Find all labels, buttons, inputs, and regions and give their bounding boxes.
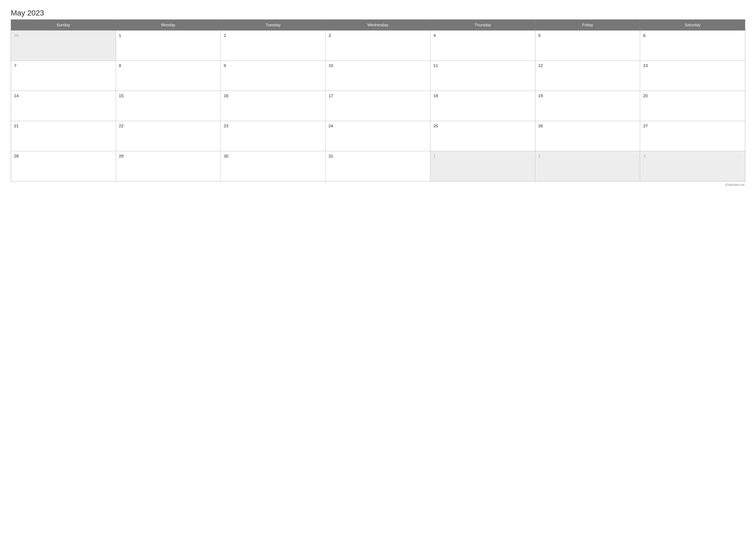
day-number: 1 — [119, 33, 121, 38]
calendar-cell[interactable]: 22 — [116, 121, 221, 151]
calendar-cell[interactable]: 16 — [221, 91, 326, 121]
day-number: 12 — [538, 63, 543, 68]
calendar-cell[interactable]: 23 — [221, 121, 326, 151]
day-number: 4 — [433, 33, 436, 38]
calendar-cell[interactable]: 11 — [430, 61, 535, 91]
day-number: 25 — [433, 124, 438, 128]
watermark: iCalendars.net — [11, 183, 745, 186]
day-number: 22 — [119, 124, 123, 128]
day-number: 13 — [643, 63, 648, 68]
calendar-cell[interactable]: 3 — [640, 151, 745, 181]
calendar-cell[interactable]: 30 — [221, 151, 326, 181]
calendar-cell[interactable]: 2 — [535, 151, 640, 181]
calendar-cell[interactable]: 17 — [326, 91, 431, 121]
calendar-cell[interactable]: 30 — [11, 30, 116, 61]
day-number: 21 — [14, 124, 18, 128]
header-day-sunday: Sunday — [11, 20, 116, 30]
day-number: 7 — [14, 63, 16, 68]
day-number: 24 — [329, 124, 333, 128]
day-number: 3 — [329, 33, 331, 38]
calendar-cell[interactable]: 7 — [11, 61, 116, 91]
day-number: 28 — [14, 154, 18, 158]
day-number: 18 — [433, 93, 438, 98]
day-number: 30 — [14, 33, 18, 38]
day-number: 6 — [643, 33, 645, 38]
day-number: 29 — [119, 154, 123, 158]
calendar-cell[interactable]: 21 — [11, 121, 116, 151]
calendar: SundayMondayTuesdayWednesdayThursdayFrid… — [11, 19, 745, 181]
calendar-body: 3012345678910111213141516171819202122232… — [11, 30, 745, 181]
calendar-cell[interactable]: 5 — [535, 30, 640, 61]
day-number: 8 — [119, 63, 121, 68]
day-number: 5 — [538, 33, 541, 38]
calendar-cell[interactable]: 15 — [116, 91, 221, 121]
day-number: 10 — [329, 63, 333, 68]
day-number: 3 — [643, 154, 645, 158]
calendar-cell[interactable]: 1 — [430, 151, 535, 181]
header-day-saturday: Saturday — [640, 20, 745, 30]
day-number: 27 — [643, 124, 648, 128]
day-number: 9 — [224, 63, 226, 68]
day-number: 14 — [14, 93, 18, 98]
day-number: 16 — [224, 93, 228, 98]
page-title: May 2023 — [11, 9, 745, 17]
calendar-cell[interactable]: 20 — [640, 91, 745, 121]
header-day-thursday: Thursday — [430, 20, 535, 30]
header-day-friday: Friday — [535, 20, 640, 30]
day-number: 2 — [538, 154, 541, 158]
day-number: 26 — [538, 124, 543, 128]
day-number: 20 — [643, 93, 648, 98]
day-number: 23 — [224, 124, 228, 128]
calendar-cell[interactable]: 8 — [116, 61, 221, 91]
calendar-cell[interactable]: 24 — [326, 121, 431, 151]
day-number: 11 — [433, 63, 438, 68]
header-day-wednesday: Wednesday — [326, 20, 431, 30]
calendar-cell[interactable]: 4 — [430, 30, 535, 61]
calendar-cell[interactable]: 3 — [326, 30, 431, 61]
day-number: 17 — [329, 93, 333, 98]
day-number: 15 — [119, 93, 123, 98]
calendar-cell[interactable]: 29 — [116, 151, 221, 181]
calendar-cell[interactable]: 12 — [535, 61, 640, 91]
day-number: 2 — [224, 33, 226, 38]
day-number: 1 — [433, 154, 436, 158]
calendar-cell[interactable]: 6 — [640, 30, 745, 61]
calendar-cell[interactable]: 2 — [221, 30, 326, 61]
calendar-cell[interactable]: 1 — [116, 30, 221, 61]
calendar-header: SundayMondayTuesdayWednesdayThursdayFrid… — [11, 20, 745, 30]
header-day-monday: Monday — [116, 20, 221, 30]
calendar-cell[interactable]: 28 — [11, 151, 116, 181]
calendar-cell[interactable]: 25 — [430, 121, 535, 151]
calendar-cell[interactable]: 26 — [535, 121, 640, 151]
calendar-cell[interactable]: 27 — [640, 121, 745, 151]
calendar-cell[interactable]: 13 — [640, 61, 745, 91]
header-day-tuesday: Tuesday — [221, 20, 326, 30]
day-number: 19 — [538, 93, 543, 98]
calendar-cell[interactable]: 18 — [430, 91, 535, 121]
day-number: 31 — [329, 154, 333, 158]
calendar-cell[interactable]: 10 — [326, 61, 431, 91]
day-number: 30 — [224, 154, 228, 158]
calendar-cell[interactable]: 19 — [535, 91, 640, 121]
calendar-cell[interactable]: 9 — [221, 61, 326, 91]
calendar-cell[interactable]: 14 — [11, 91, 116, 121]
calendar-cell[interactable]: 31 — [326, 151, 431, 181]
